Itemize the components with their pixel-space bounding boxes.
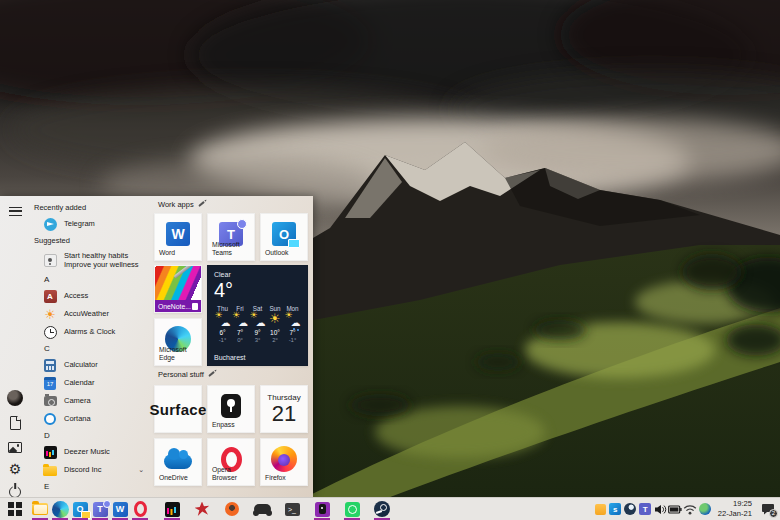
edit-pencil-icon xyxy=(198,201,205,207)
power-button[interactable] xyxy=(0,479,30,497)
tray-orange-app[interactable] xyxy=(593,498,608,520)
taskbar-orange-pin-app[interactable] xyxy=(217,498,247,520)
steam-icon xyxy=(374,501,390,517)
edge-icon xyxy=(52,501,69,518)
telegram-icon xyxy=(44,218,57,231)
tile-surface[interactable]: Surface xyxy=(154,385,202,433)
app-item-access[interactable]: Access xyxy=(30,287,152,305)
pictures-icon xyxy=(8,442,22,453)
start-menu: ⚙ Recently added Telegram Suggested Star… xyxy=(0,196,313,497)
start-button[interactable] xyxy=(0,498,30,520)
tray-globe-app[interactable] xyxy=(698,498,713,520)
deezer-icon xyxy=(165,502,180,517)
orange-square-icon xyxy=(595,504,606,515)
taskbar-outlook[interactable] xyxy=(70,498,90,520)
windows-logo-icon xyxy=(8,502,21,515)
taskbar-opera[interactable] xyxy=(130,498,150,520)
calendar-icon xyxy=(44,377,56,390)
tile-opera-browser[interactable]: Opera Browser xyxy=(207,438,255,486)
taskbar-word[interactable] xyxy=(110,498,130,520)
outlook-icon xyxy=(272,222,296,246)
forecast-day: Fri 7° 0° xyxy=(232,305,249,343)
file-explorer-icon xyxy=(32,503,48,515)
clock-time: 19:25 xyxy=(718,499,752,509)
folder-icon xyxy=(43,466,57,476)
taskbar-file-explorer[interactable] xyxy=(30,498,50,520)
app-item-telegram[interactable]: Telegram xyxy=(30,215,152,233)
taskbar: 19:25 22-Jan-21 2 xyxy=(0,497,780,520)
sun-cloud-icon xyxy=(232,314,248,326)
taskbar-game-controller-app[interactable] xyxy=(247,498,277,520)
tile-firefox[interactable]: Firefox xyxy=(260,438,308,486)
app-item-camera[interactable]: Camera xyxy=(30,392,152,410)
tile-onenote[interactable]: OneNote... xyxy=(154,265,202,313)
forecast-day: Sat 9° 3° xyxy=(249,305,266,343)
taskbar-terminal[interactable] xyxy=(277,498,307,520)
letter-header-d[interactable]: D xyxy=(30,428,152,443)
app-item-alarms-clock[interactable]: Alarms & Clock xyxy=(30,323,152,341)
app-item-accuweather[interactable]: AccuWeather xyxy=(30,305,152,323)
clock-date: 22-Jan-21 xyxy=(718,509,752,519)
forecast-day: Thu 6° -1° xyxy=(214,305,231,343)
document-icon xyxy=(10,416,21,430)
tray-volume[interactable] xyxy=(653,498,668,520)
user-avatar xyxy=(7,390,23,406)
action-center-button[interactable]: 2 xyxy=(758,498,778,520)
teams-tray-icon xyxy=(639,503,651,515)
suggestion-item[interactable]: Start healthy habitsImprove your wellnes… xyxy=(30,248,152,272)
app-item-calendar[interactable]: Calendar xyxy=(30,374,152,392)
app-folder-discord[interactable]: Discord Inc ⌄ xyxy=(30,461,152,479)
app-item-calculator[interactable]: Calculator xyxy=(30,356,152,374)
tile-enpass[interactable]: Enpass xyxy=(207,385,255,433)
taskbar-red-pinwheel-app[interactable] xyxy=(187,498,217,520)
globe-icon xyxy=(699,503,711,515)
red-pinwheel-icon xyxy=(195,502,210,517)
taskbar-clock[interactable]: 19:25 22-Jan-21 xyxy=(718,499,752,519)
tile-weather[interactable]: Clear 4° Thu 6° -1° Fri 7° 0° xyxy=(207,265,308,366)
app-list: Recently added Telegram Suggested Start … xyxy=(30,196,152,497)
tile-outlook[interactable]: Outlook xyxy=(260,213,308,261)
tile-microsoft-teams[interactable]: Microsoft Teams xyxy=(207,213,255,261)
taskbar-teams[interactable] xyxy=(90,498,110,520)
app-item-cortana[interactable]: Cortana xyxy=(30,410,152,428)
taskbar-enpass[interactable] xyxy=(307,498,337,520)
sun-cloud-icon xyxy=(250,314,266,326)
taskbar-steam[interactable] xyxy=(367,498,397,520)
calculator-icon xyxy=(44,359,56,372)
expand-menu-button[interactable] xyxy=(0,198,30,224)
sun-icon xyxy=(267,314,283,326)
tray-steam[interactable] xyxy=(623,498,638,520)
wifi-icon xyxy=(683,504,697,515)
taskbar-deezer[interactable] xyxy=(157,498,187,520)
start-menu-rail: ⚙ xyxy=(0,196,30,497)
game-controller-icon xyxy=(254,504,271,514)
power-icon xyxy=(9,486,21,497)
letter-header-e[interactable]: E xyxy=(30,479,152,494)
tray-battery[interactable] xyxy=(668,498,683,520)
tile-group-personal-stuff[interactable]: Personal stuff xyxy=(158,370,215,379)
tile-word[interactable]: Word xyxy=(154,213,202,261)
recently-added-header: Recently added xyxy=(30,200,152,215)
tray-wifi[interactable] xyxy=(683,498,698,520)
user-account-button[interactable] xyxy=(0,385,30,411)
sun-cloud-rain-icon xyxy=(285,314,301,326)
tile-area: Work apps Personal stuff Word Microsoft … xyxy=(152,196,313,497)
letter-header-a[interactable]: A xyxy=(30,272,152,287)
tile-calendar-date[interactable]: Thursday 21 xyxy=(260,385,308,433)
taskbar-edge[interactable] xyxy=(50,498,70,520)
teams-icon xyxy=(93,502,108,517)
tray-outlook[interactable] xyxy=(608,498,623,520)
tile-microsoft-edge[interactable]: Microsoft Edge xyxy=(154,318,202,366)
hamburger-icon xyxy=(9,207,22,216)
word-icon xyxy=(166,222,190,246)
app-item-deezer[interactable]: Deezer Music xyxy=(30,443,152,461)
taskbar-whatsapp[interactable] xyxy=(337,498,367,520)
speaker-icon xyxy=(654,504,667,515)
documents-button[interactable] xyxy=(0,410,30,436)
letter-header-c[interactable]: C xyxy=(30,341,152,356)
cortana-icon xyxy=(44,413,56,425)
tile-onedrive[interactable]: OneDrive xyxy=(154,438,202,486)
tile-group-work-apps[interactable]: Work apps xyxy=(158,200,205,209)
system-tray: 19:25 22-Jan-21 2 xyxy=(593,498,780,520)
tray-teams[interactable] xyxy=(638,498,653,520)
